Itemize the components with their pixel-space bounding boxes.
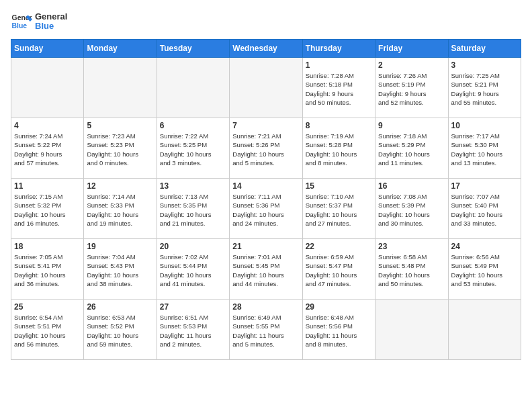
day-number: 15	[306, 181, 372, 191]
calendar-week-row: 18Sunrise: 7:05 AM Sunset: 5:41 PM Dayli…	[11, 239, 521, 300]
day-number: 20	[160, 242, 226, 251]
day-info: Sunrise: 6:48 AM Sunset: 5:56 PM Dayligh…	[306, 313, 372, 349]
logo-icon: General Blue	[11, 11, 32, 32]
calendar-cell: 24Sunrise: 6:56 AM Sunset: 5:49 PM Dayli…	[448, 239, 521, 300]
calendar-week-row: 4Sunrise: 7:24 AM Sunset: 5:22 PM Daylig…	[11, 118, 521, 179]
calendar-cell: 5Sunrise: 7:23 AM Sunset: 5:23 PM Daylig…	[84, 118, 157, 179]
calendar-week-row: 1Sunrise: 7:28 AM Sunset: 5:18 PM Daylig…	[11, 58, 521, 118]
day-number: 2	[378, 60, 445, 70]
day-number: 19	[87, 242, 153, 251]
logo: General Blue General Blue	[11, 11, 67, 32]
weekday-header: Friday	[375, 40, 448, 58]
day-number: 16	[378, 181, 445, 191]
day-info: Sunrise: 7:25 AM Sunset: 5:21 PM Dayligh…	[451, 71, 518, 107]
day-info: Sunrise: 7:17 AM Sunset: 5:30 PM Dayligh…	[451, 132, 518, 167]
day-number: 18	[14, 242, 81, 251]
calendar-cell	[230, 58, 302, 118]
day-number: 6	[160, 121, 226, 130]
day-info: Sunrise: 7:19 AM Sunset: 5:28 PM Dayligh…	[306, 132, 372, 167]
day-info: Sunrise: 7:10 AM Sunset: 5:37 PM Dayligh…	[306, 192, 372, 228]
day-number: 27	[160, 302, 226, 312]
day-number: 29	[306, 302, 372, 312]
calendar-cell: 20Sunrise: 7:02 AM Sunset: 5:44 PM Dayli…	[157, 239, 229, 300]
svg-text:Blue: Blue	[12, 22, 28, 30]
calendar-cell	[84, 58, 157, 118]
day-info: Sunrise: 7:28 AM Sunset: 5:18 PM Dayligh…	[306, 71, 372, 107]
day-info: Sunrise: 6:54 AM Sunset: 5:51 PM Dayligh…	[14, 313, 81, 349]
calendar-cell: 22Sunrise: 6:59 AM Sunset: 5:47 PM Dayli…	[302, 239, 375, 300]
calendar-cell: 21Sunrise: 7:01 AM Sunset: 5:45 PM Dayli…	[230, 239, 302, 300]
day-info: Sunrise: 7:22 AM Sunset: 5:25 PM Dayligh…	[160, 132, 226, 167]
calendar-cell: 9Sunrise: 7:18 AM Sunset: 5:29 PM Daylig…	[375, 118, 448, 179]
day-info: Sunrise: 7:14 AM Sunset: 5:33 PM Dayligh…	[87, 192, 153, 228]
calendar-cell: 8Sunrise: 7:19 AM Sunset: 5:28 PM Daylig…	[302, 118, 375, 179]
calendar-cell: 13Sunrise: 7:13 AM Sunset: 5:35 PM Dayli…	[157, 179, 229, 239]
day-number: 9	[378, 121, 445, 130]
calendar-cell	[375, 300, 448, 360]
day-info: Sunrise: 7:24 AM Sunset: 5:22 PM Dayligh…	[14, 132, 81, 167]
day-info: Sunrise: 6:58 AM Sunset: 5:48 PM Dayligh…	[378, 253, 445, 288]
day-number: 7	[232, 121, 299, 130]
calendar-cell: 15Sunrise: 7:10 AM Sunset: 5:37 PM Dayli…	[302, 179, 375, 239]
calendar-cell: 17Sunrise: 7:07 AM Sunset: 5:40 PM Dayli…	[448, 179, 521, 239]
calendar-cell: 26Sunrise: 6:53 AM Sunset: 5:52 PM Dayli…	[84, 300, 157, 360]
calendar-cell: 11Sunrise: 7:15 AM Sunset: 5:32 PM Dayli…	[11, 179, 84, 239]
day-number: 4	[14, 121, 81, 130]
day-info: Sunrise: 7:13 AM Sunset: 5:35 PM Dayligh…	[160, 192, 226, 228]
weekday-header: Wednesday	[230, 40, 302, 58]
day-info: Sunrise: 7:04 AM Sunset: 5:43 PM Dayligh…	[87, 253, 153, 288]
day-info: Sunrise: 7:08 AM Sunset: 5:39 PM Dayligh…	[378, 192, 445, 228]
calendar-cell: 2Sunrise: 7:26 AM Sunset: 5:19 PM Daylig…	[375, 58, 448, 118]
calendar-cell: 6Sunrise: 7:22 AM Sunset: 5:25 PM Daylig…	[157, 118, 229, 179]
day-info: Sunrise: 7:18 AM Sunset: 5:29 PM Dayligh…	[378, 132, 445, 167]
calendar-cell	[157, 58, 229, 118]
day-info: Sunrise: 7:05 AM Sunset: 5:41 PM Dayligh…	[14, 253, 81, 288]
day-info: Sunrise: 7:02 AM Sunset: 5:44 PM Dayligh…	[160, 253, 226, 288]
calendar-cell: 10Sunrise: 7:17 AM Sunset: 5:30 PM Dayli…	[448, 118, 521, 179]
calendar-cell	[11, 58, 84, 118]
day-number: 28	[232, 302, 299, 312]
day-number: 14	[232, 181, 299, 191]
page-header: General Blue General Blue	[11, 11, 521, 32]
logo-blue: Blue	[35, 21, 67, 31]
calendar-week-row: 25Sunrise: 6:54 AM Sunset: 5:51 PM Dayli…	[11, 300, 521, 360]
day-number: 11	[14, 181, 81, 191]
calendar-cell: 29Sunrise: 6:48 AM Sunset: 5:56 PM Dayli…	[302, 300, 375, 360]
day-info: Sunrise: 7:21 AM Sunset: 5:26 PM Dayligh…	[232, 132, 299, 167]
calendar-week-row: 11Sunrise: 7:15 AM Sunset: 5:32 PM Dayli…	[11, 179, 521, 239]
calendar-cell: 1Sunrise: 7:28 AM Sunset: 5:18 PM Daylig…	[302, 58, 375, 118]
calendar-cell: 14Sunrise: 7:11 AM Sunset: 5:36 PM Dayli…	[230, 179, 302, 239]
calendar-cell: 3Sunrise: 7:25 AM Sunset: 5:21 PM Daylig…	[448, 58, 521, 118]
day-number: 23	[378, 242, 445, 251]
calendar-cell: 4Sunrise: 7:24 AM Sunset: 5:22 PM Daylig…	[11, 118, 84, 179]
logo-general: General	[35, 12, 67, 21]
day-number: 17	[451, 181, 518, 191]
calendar-cell: 16Sunrise: 7:08 AM Sunset: 5:39 PM Dayli…	[375, 179, 448, 239]
weekday-header: Tuesday	[157, 40, 229, 58]
day-number: 3	[451, 60, 518, 70]
day-info: Sunrise: 6:59 AM Sunset: 5:47 PM Dayligh…	[306, 253, 372, 288]
day-number: 22	[306, 242, 372, 251]
day-info: Sunrise: 7:15 AM Sunset: 5:32 PM Dayligh…	[14, 192, 81, 228]
day-number: 12	[87, 181, 153, 191]
day-number: 10	[451, 121, 518, 130]
day-number: 26	[87, 302, 153, 312]
day-number: 5	[87, 121, 153, 130]
day-info: Sunrise: 7:01 AM Sunset: 5:45 PM Dayligh…	[232, 253, 299, 288]
day-number: 1	[306, 60, 372, 70]
calendar-cell: 12Sunrise: 7:14 AM Sunset: 5:33 PM Dayli…	[84, 179, 157, 239]
weekday-header: Monday	[84, 40, 157, 58]
weekday-header: Thursday	[302, 40, 375, 58]
calendar-header-row: SundayMondayTuesdayWednesdayThursdayFrid…	[11, 40, 521, 58]
calendar-cell: 25Sunrise: 6:54 AM Sunset: 5:51 PM Dayli…	[11, 300, 84, 360]
calendar-cell: 28Sunrise: 6:49 AM Sunset: 5:55 PM Dayli…	[230, 300, 302, 360]
day-number: 21	[232, 242, 299, 251]
calendar-cell: 18Sunrise: 7:05 AM Sunset: 5:41 PM Dayli…	[11, 239, 84, 300]
day-info: Sunrise: 6:51 AM Sunset: 5:53 PM Dayligh…	[160, 313, 226, 349]
calendar-table: SundayMondayTuesdayWednesdayThursdayFrid…	[11, 39, 521, 360]
weekday-header: Sunday	[11, 40, 84, 58]
calendar-cell: 7Sunrise: 7:21 AM Sunset: 5:26 PM Daylig…	[230, 118, 302, 179]
day-info: Sunrise: 7:07 AM Sunset: 5:40 PM Dayligh…	[451, 192, 518, 228]
day-info: Sunrise: 7:23 AM Sunset: 5:23 PM Dayligh…	[87, 132, 153, 167]
day-info: Sunrise: 6:53 AM Sunset: 5:52 PM Dayligh…	[87, 313, 153, 349]
